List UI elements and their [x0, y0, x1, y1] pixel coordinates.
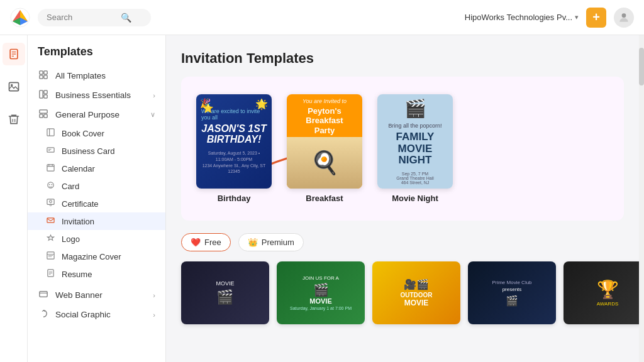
sidebar-subitem-calendar[interactable]: Calendar: [28, 160, 165, 177]
chevron-down-icon: ▾: [575, 13, 579, 21]
premium-icon: 👑: [248, 238, 258, 247]
svg-rect-16: [44, 95, 47, 98]
svg-rect-25: [47, 165, 53, 171]
card-label: Card: [62, 182, 79, 191]
filter-free[interactable]: ❤️ Free: [181, 233, 231, 251]
template-thumb-3[interactable]: 🎥🎬 OUTDOOR MOVIE: [372, 261, 460, 324]
search-icon: 🔍: [121, 13, 131, 23]
sidebar-subitem-card[interactable]: Card: [28, 177, 165, 195]
calendar-icon: [45, 163, 55, 173]
sidebar-title: Templates: [28, 45, 165, 66]
social-graphic-label: Social Graphic: [55, 310, 147, 319]
add-button[interactable]: +: [586, 8, 606, 28]
certificate-icon: [45, 199, 55, 209]
topnav: 🔍 HipoWorks Technologies Pv... ▾ +: [0, 0, 644, 35]
category-section: 🌟 🎉 ⭐ We are excited to invite you all J…: [181, 77, 624, 221]
business-card-label: Business Card: [62, 146, 115, 156]
svg-rect-18: [40, 114, 43, 118]
general-purpose-icon: [38, 109, 49, 120]
sidebar-item-all-templates[interactable]: All Templates: [28, 66, 165, 85]
svg-rect-44: [40, 292, 47, 297]
free-icon: ❤️: [191, 238, 201, 247]
card-icon: [45, 181, 55, 191]
category-card-birthday[interactable]: 🌟 🎉 ⭐ We are excited to invite you all J…: [196, 94, 272, 203]
magazine-cover-icon: [45, 251, 55, 261]
company-selector[interactable]: HipoWorks Technologies Pv... ▾: [465, 13, 579, 22]
icon-bar-image[interactable]: [3, 75, 25, 98]
all-templates-icon: [38, 70, 49, 81]
sidebar-subitem-book-cover[interactable]: Book Cover: [28, 124, 165, 142]
svg-rect-14: [40, 90, 43, 98]
company-name: HipoWorks Technologies Pv...: [465, 13, 572, 22]
search-bar[interactable]: 🔍: [38, 9, 151, 26]
svg-rect-32: [47, 199, 53, 204]
business-essentials-icon: [38, 90, 49, 101]
scrollbar-track[interactable]: [639, 35, 644, 362]
logo-label: Logo: [62, 234, 80, 244]
filter-premium[interactable]: 👑 Premium: [238, 233, 304, 251]
svg-rect-15: [44, 90, 47, 94]
template-grid: MOVIE 🎬 JOIN US FOR A 🎬 MOVIE Saturday, …: [181, 261, 624, 324]
sidebar-subitem-business-card[interactable]: Business Card: [28, 142, 165, 160]
template-thumb-5[interactable]: 🏆 AWARDS: [564, 261, 639, 324]
birthday-label: Birthday: [218, 194, 251, 203]
svg-rect-10: [40, 71, 43, 74]
movie-night-card-preview: 🎬 Bring all the popcorn! FAMILYMOVIENIGH…: [377, 94, 453, 189]
sidebar-subitem-resume[interactable]: Resume: [28, 265, 165, 283]
resume-icon: [45, 269, 55, 279]
filter-bar: ❤️ Free 👑 Premium: [181, 233, 624, 251]
breakfast-label: Breakfast: [306, 194, 343, 203]
svg-rect-19: [44, 114, 47, 118]
icon-bar-file[interactable]: [3, 43, 25, 65]
magazine-cover-label: Magazine Cover: [62, 252, 121, 261]
template-thumb-1[interactable]: MOVIE 🎬: [181, 261, 269, 324]
sidebar-item-business-essentials[interactable]: Business Essentials ›: [28, 85, 165, 105]
free-label: Free: [204, 238, 221, 247]
sidebar: Templates All Templates Business Essenti…: [28, 35, 166, 362]
general-purpose-label: General Purpose: [55, 110, 144, 119]
category-grid: 🌟 🎉 ⭐ We are excited to invite you all J…: [196, 94, 609, 203]
template-thumb-2[interactable]: JOIN US FOR A 🎬 MOVIE Saturday, January …: [277, 261, 365, 324]
icon-bar: [0, 35, 28, 362]
business-essentials-label: Business Essentials: [55, 90, 147, 100]
scrollbar-thumb[interactable]: [639, 48, 644, 85]
sidebar-subitem-invitation[interactable]: Invitation: [28, 212, 165, 230]
business-essentials-arrow: ›: [153, 92, 155, 99]
logo-icon: [45, 234, 55, 244]
sidebar-item-general-purpose[interactable]: General Purpose ∨: [28, 105, 165, 124]
invitation-icon: [45, 216, 55, 226]
sidebar-subitem-magazine-cover[interactable]: Magazine Cover: [28, 248, 165, 265]
content-area: Invitation Templates: [166, 35, 639, 362]
book-cover-icon: [45, 128, 55, 138]
general-purpose-arrow: ∨: [150, 111, 155, 119]
sidebar-item-web-banner[interactable]: Web Banner ›: [28, 285, 165, 305]
svg-point-30: [48, 184, 50, 185]
premium-label: Premium: [262, 238, 294, 247]
sidebar-subitem-logo[interactable]: Logo: [28, 230, 165, 248]
svg-rect-11: [44, 71, 47, 74]
business-card-icon: [45, 146, 55, 156]
logo[interactable]: [10, 8, 30, 28]
web-banner-icon: [38, 290, 49, 300]
movie-night-label: Movie Night: [392, 194, 438, 203]
svg-rect-12: [40, 75, 43, 79]
category-card-breakfast[interactable]: You are Invited to Peyton'sBreakfastPart…: [287, 94, 362, 203]
certificate-label: Certificate: [62, 199, 99, 209]
template-thumb-4[interactable]: Prime Movie Club presents 🎬: [468, 261, 556, 324]
birthday-card-preview: 🌟 🎉 ⭐ We are excited to invite you all J…: [196, 94, 272, 189]
book-cover-label: Book Cover: [62, 129, 104, 138]
svg-point-31: [51, 184, 52, 185]
avatar[interactable]: [614, 8, 634, 28]
sidebar-item-social-graphic[interactable]: Social Graphic ›: [28, 305, 165, 324]
icon-bar-trash[interactable]: [3, 108, 25, 131]
svg-rect-20: [47, 129, 53, 136]
category-card-movie-night[interactable]: 🎬 Bring all the popcorn! FAMILYMOVIENIGH…: [377, 94, 453, 203]
page-title: Invitation Templates: [181, 50, 624, 67]
social-graphic-arrow: ›: [153, 311, 155, 319]
svg-rect-35: [47, 218, 53, 222]
search-input[interactable]: [47, 13, 116, 22]
resume-label: Resume: [62, 270, 92, 279]
sidebar-subitem-certificate[interactable]: Certificate: [28, 195, 165, 212]
svg-rect-22: [47, 148, 53, 152]
svg-point-33: [50, 204, 52, 206]
